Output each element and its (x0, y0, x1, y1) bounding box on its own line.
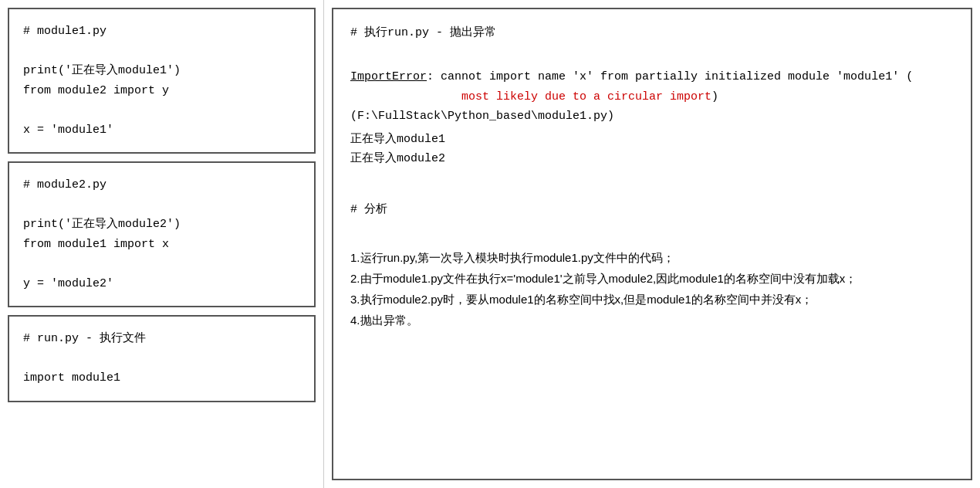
left-panel: # module1.py print('正在导入module1') from m… (0, 0, 324, 488)
right-panel: # 执行run.py - 抛出异常 ImportError: cannot im… (332, 8, 972, 480)
module1-line-3: from module2 import y (23, 81, 300, 101)
module1-line-1: # module1.py (23, 22, 300, 42)
output-line-2: 正在导入module2 (350, 149, 954, 169)
circular-import-highlight: most likely due to a circular import (461, 90, 711, 103)
output-lines: 正在导入module1 正在导入module2 (350, 130, 954, 169)
analysis-title: # 分析 (350, 200, 954, 220)
output-line-1: 正在导入module1 (350, 130, 954, 150)
right-title: # 执行run.py - 抛出异常 (350, 23, 954, 43)
run-line-2: import module1 (23, 368, 300, 388)
analysis-item-3: 3.执行module2.py时，要从module1的名称空间中找x,但是modu… (350, 289, 954, 310)
import-error-label: ImportError (350, 70, 427, 83)
module2-line-2: print('正在导入module2') (23, 215, 300, 235)
error-message-part1: : cannot import name 'x' from partially … (427, 70, 913, 83)
analysis-list: 1.运行run.py,第一次导入模块时执行module1.py文件中的代码； 2… (350, 247, 954, 330)
module2-block: # module2.py print('正在导入module2') from m… (8, 161, 316, 307)
module1-line-4: x = 'module1' (23, 120, 300, 141)
error-block: ImportError: cannot import name 'x' from… (350, 67, 954, 127)
module1-block: # module1.py print('正在导入module1') from m… (8, 8, 316, 154)
module1-line-2: print('正在导入module1') (23, 61, 300, 81)
run-line-1: # run.py - 执行文件 (23, 329, 300, 349)
module2-line-4: y = 'module2' (23, 274, 300, 294)
analysis-item-1: 1.运行run.py,第一次导入模块时执行module1.py文件中的代码； (350, 247, 954, 268)
module2-line-1: # module2.py (23, 175, 300, 195)
module2-line-3: from module1 import x (23, 235, 300, 255)
run-block: # run.py - 执行文件 import module1 (8, 315, 316, 402)
analysis-item-4: 4.抛出异常。 (350, 310, 954, 330)
error-indent (350, 90, 461, 103)
analysis-item-2: 2.由于module1.py文件在执行x='module1'之前导入module… (350, 268, 954, 289)
